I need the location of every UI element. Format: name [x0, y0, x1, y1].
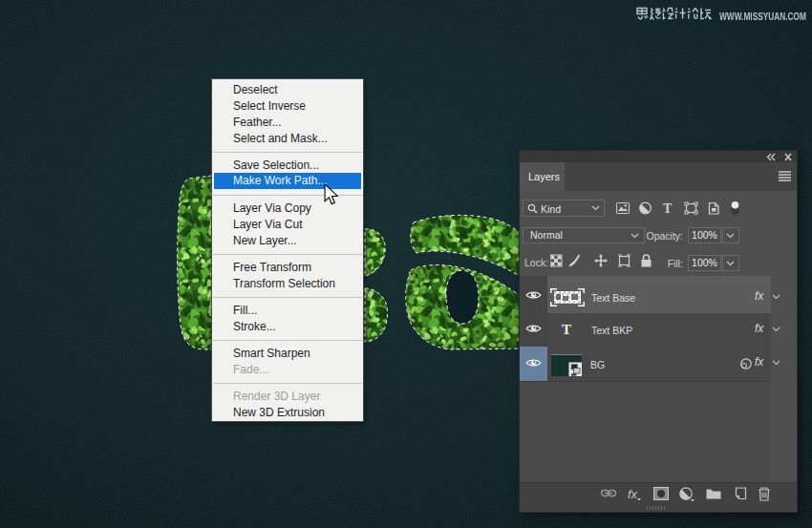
svg-text:WWW.MISSYUAN.COM: WWW.MISSYUAN.COM — [719, 11, 806, 22]
svg-text:fx: fx — [628, 487, 638, 501]
svg-text:T: T — [663, 201, 673, 216]
